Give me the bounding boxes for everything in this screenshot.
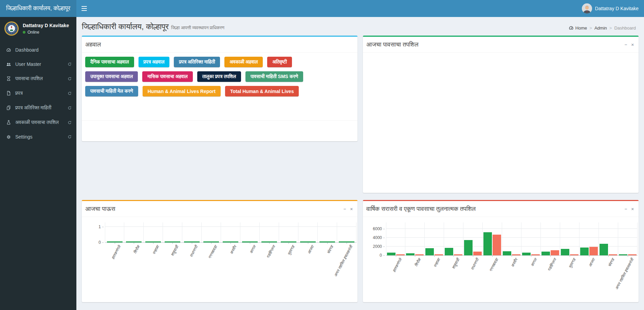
user-status[interactable]: Online: [23, 30, 69, 35]
report-button[interactable]: पावसाची माहिती SMS करणे: [245, 71, 303, 82]
bars-icon: [81, 8, 87, 9]
flask-icon: [6, 120, 12, 125]
sidebar-item-form-extra-info[interactable]: प्रपत्र अतिरिक्त माहिती: [0, 101, 76, 115]
sidebar-item-label: अवकाळी पावसाचा तपशिल: [15, 120, 59, 125]
sidebar-item-dashboard[interactable]: Dashboard: [0, 43, 76, 57]
box-reports-title: अहवाल: [85, 40, 101, 49]
report-button[interactable]: Human & Animal Lives Report: [143, 86, 221, 96]
report-button[interactable]: उपायुक्त पावसाचा अहवाल: [85, 71, 138, 82]
box-reports-footer: [82, 120, 357, 141]
chart-category-cell: चंदगड: [318, 222, 337, 242]
bar: [126, 241, 142, 242]
chart-category-cell: गडहिंग्लज: [260, 222, 279, 242]
report-button-row: दैनिक पावसाचा अहवालप्रपत्र अहवालप्रपत्र …: [85, 57, 354, 67]
bar: [261, 241, 277, 242]
bar: [522, 253, 531, 255]
sidebar-menu: DashboardUser Masterपावसाचा तपशिलप्रपत्र…: [0, 43, 76, 144]
refresh-icon[interactable]: [68, 91, 72, 95]
row-2: आजचा पाऊस − × 01हातकणंगलेशिरोळपन्हाळाशाह…: [76, 197, 644, 305]
sidebar-item-unseasonal-rainfall-detail[interactable]: अवकाळी पावसाचा तपशिल: [0, 115, 76, 130]
close-icon[interactable]: ×: [350, 207, 353, 211]
bar: [609, 254, 617, 255]
bar: [242, 241, 258, 242]
page-title-text: जिल्हाधिकारी कार्यालय, कोल्हापूर: [82, 22, 169, 31]
sidebar: Dattatray D Kavitake Online DashboardUse…: [0, 17, 76, 310]
y-axis-tick-label: 4000: [373, 235, 382, 240]
bar: [107, 241, 123, 242]
brand-text: जिल्हाधिकारी कार्यालय, कोल्हापूर: [6, 5, 70, 12]
sidebar-item-user-master[interactable]: User Master: [0, 57, 76, 71]
navbar-main: Dattatray D Kavitake: [76, 0, 644, 17]
page-title: जिल्हाधिकारी कार्यालय, कोल्हापूरजिल्हा आ…: [82, 22, 637, 31]
gauge-icon: [6, 48, 12, 53]
sidebar-item-rainfall-detail[interactable]: पावसाचा तपशिल: [0, 71, 76, 86]
chart-today-rain: 01हातकणंगलेशिरोळपन्हाळाशाहूवाडीराधानगरीग…: [85, 217, 354, 243]
breadcrumb-admin[interactable]: Admin: [594, 25, 607, 31]
report-button[interactable]: मासिक पावसाचा अहवाल: [142, 71, 192, 82]
breadcrumb-dashboard: Dashboard: [614, 25, 636, 31]
bar: [628, 254, 637, 255]
box-today-rain-header: आजचा पाऊस − ×: [82, 201, 357, 217]
bar: [319, 241, 335, 242]
bar: [600, 244, 608, 255]
bar: [406, 253, 415, 256]
breadcrumb-label: Home: [575, 25, 587, 31]
close-icon[interactable]: ×: [631, 207, 634, 211]
users-icon: [6, 62, 12, 67]
content-header: जिल्हाधिकारी कार्यालय, कोल्हापूरजिल्हा आ…: [76, 17, 644, 33]
chart-category-cell: गगनबावडा: [202, 222, 221, 242]
refresh-icon[interactable]: [68, 106, 72, 110]
top-navbar: जिल्हाधिकारी कार्यालय, कोल्हापूर Dattatr…: [0, 0, 644, 17]
chart-category-cell: पन्हाळा: [425, 222, 444, 255]
report-button[interactable]: अवकाळी अहवाल: [224, 57, 263, 67]
sidebar-item-form[interactable]: प्रपत्र: [0, 86, 76, 101]
box-today-rain-title: आजचा पाऊस: [85, 205, 115, 213]
report-button[interactable]: प्रपत्र अहवाल: [139, 57, 170, 67]
report-button[interactable]: Total Human & Animal Lives: [225, 86, 299, 96]
report-button[interactable]: प्रपत्र अतिरिक्त माहिती: [174, 57, 220, 67]
online-dot-icon: [23, 31, 25, 34]
bar: [483, 232, 492, 255]
sidebar-item-settings[interactable]: Settings: [0, 130, 76, 144]
page-subtitle: जिल्हा आपत्ती व्यवस्थापन प्राधिकरण: [171, 25, 224, 30]
brand-logo[interactable]: जिल्हाधिकारी कार्यालय, कोल्हापूर: [0, 0, 76, 17]
chart-category-cell: शाहूवाडी: [163, 222, 182, 242]
collapse-icon[interactable]: −: [625, 207, 627, 211]
report-button[interactable]: पावसाची माहिती मेल करणे: [85, 86, 138, 96]
close-icon[interactable]: ×: [631, 42, 634, 47]
refresh-icon[interactable]: [68, 135, 72, 139]
box-today-rain: आजचा पाऊस − × 01हातकणंगलेशिरोळपन्हाळाशाह…: [82, 200, 357, 302]
chart-category-cell: हातकणंगले: [105, 222, 124, 242]
chart-category-cell: करवीर: [221, 222, 240, 242]
bar: [425, 248, 434, 255]
bar: [281, 241, 296, 242]
chart-category-cell: करवीर: [502, 222, 521, 255]
box-today-detail-body: [363, 53, 639, 193]
file-icon: [6, 91, 12, 96]
refresh-icon[interactable]: [68, 62, 72, 66]
refresh-icon[interactable]: [68, 121, 72, 125]
bar: [473, 252, 482, 255]
bar: [541, 252, 550, 255]
bars-icon: [81, 10, 87, 11]
box-yearly-compare-header: वार्षिक सरासरी व एकूण पावसाचा तुलनात्मक …: [363, 201, 639, 217]
report-button-row: पावसाची माहिती मेल करणेHuman & Animal Li…: [85, 86, 354, 96]
user-menu[interactable]: Dattatray D Kavitake: [576, 0, 644, 17]
bar: [145, 241, 161, 242]
box-today-detail: आजचा पावसाचा तपशिल − ×: [363, 36, 639, 193]
collapse-icon[interactable]: −: [625, 42, 627, 47]
report-button[interactable]: दैनिक पावसाचा अहवाल: [85, 57, 134, 67]
bar: [445, 248, 453, 255]
bar: [300, 241, 316, 242]
report-button[interactable]: अतिवृष्टी: [267, 57, 292, 67]
collapse-icon[interactable]: −: [344, 207, 346, 211]
chart-category-cell: भुदरगड: [560, 222, 579, 255]
report-button[interactable]: तालुका प्रपत्र तपशिल: [197, 71, 241, 82]
breadcrumb-home[interactable]: Home: [569, 25, 587, 31]
chart-category-cell: गगनबावडा: [483, 222, 502, 255]
hourglass-icon: [6, 76, 12, 81]
sidebar-toggle-button[interactable]: [76, 0, 92, 17]
refresh-icon[interactable]: [68, 77, 72, 81]
sidebar-item-label: Dashboard: [15, 47, 39, 53]
box-today-detail-title: आजचा पावसाचा तपशिल: [366, 40, 418, 49]
